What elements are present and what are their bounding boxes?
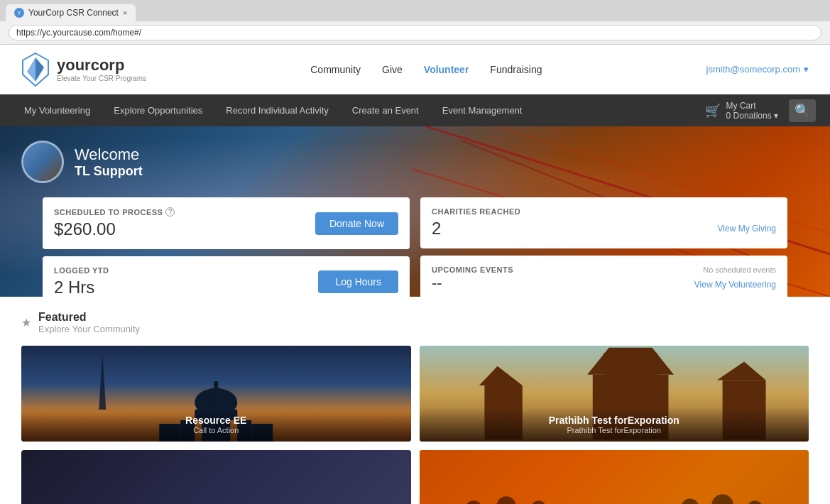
no-events-text: No scheduled events [703,265,776,274]
favicon-icon: Y [14,8,24,18]
subnav-explore-opportunities[interactable]: Explore Opportunities [104,94,212,126]
user-email: jsmith@somecorp.com [706,64,800,75]
browser-chrome: Y YourCorp CSR Connect × https://yc.your… [0,0,830,45]
stat-col-right: CHARITIES REACHED 2 View My Giving UPCOM… [420,197,787,297]
featured-section: ★ Featured Explore Your Community [0,297,830,504]
charities-card: CHARITIES REACHED 2 View My Giving [420,197,787,248]
charities-row: 2 View My Giving [432,216,776,239]
logo-icon [21,52,50,87]
sub-nav-right: 🛒 My Cart 0 Donations ▾ 🔍 [705,99,816,122]
stat-col-left: SCHEDULED TO PROCESS ? $260.00 Donate No… [43,197,410,297]
logo-area: yourcorp Elevate Your CSR Programs [21,52,146,87]
nav-give[interactable]: Give [382,64,403,75]
view-giving-link[interactable]: View My Giving [718,224,776,234]
welcome-text: Welcome TL Support [75,146,143,179]
logged-value: 2 Hrs [54,278,109,297]
card-2-overlay: Prathibh Test forExporation Prathibh Tes… [420,407,809,442]
user-area[interactable]: jsmith@somecorp.com ▾ [706,64,809,75]
card-1-overlay: Resource EE Call to Action [21,407,411,442]
browser-tab[interactable]: Y YourCorp CSR Connect × [6,4,136,21]
logged-label: LOGGED YTD [54,266,109,275]
subnav-create-event[interactable]: Create an Event [342,94,429,126]
events-card: UPCOMING EVENTS No scheduled events -- V… [420,256,787,297]
events-row: -- View My Volunteering [432,274,776,292]
scheduled-label: SCHEDULED TO PROCESS ? [54,207,175,217]
donate-now-button[interactable]: Donate Now [315,212,398,235]
svg-rect-27 [420,450,809,504]
logo-tagline: Elevate Your CSR Programs [57,75,146,82]
svg-marker-1 [27,57,36,82]
sub-nav-left: My Volunteering Explore Opportunities Re… [14,94,532,126]
featured-card-2[interactable]: Prathibh Test forExporation Prathibh Tes… [420,346,809,442]
charities-label: CHARITIES REACHED [432,207,776,216]
card-2-title: Prathibh Test forExporation [428,415,801,426]
cart-count: 0 Donations ▾ [726,111,778,121]
events-label: UPCOMING EVENTS [432,265,513,274]
nav-community[interactable]: Community [310,64,361,75]
view-volunteering-link[interactable]: View My Volunteering [694,280,776,290]
nav-fundraising[interactable]: Fundraising [490,64,542,75]
hero-content: Welcome TL Support SCHEDULED TO PROCESS … [0,126,830,297]
svg-marker-2 [36,57,44,82]
avatar [21,141,64,183]
cart-label: My Cart [726,101,778,111]
sub-nav: My Volunteering Explore Opportunities Re… [0,94,830,126]
featured-header: ★ Featured Explore Your Community [21,311,809,334]
user-dropdown-icon: ▾ [804,64,809,75]
avatar-image [23,143,62,181]
main-nav: Community Give Volunteer Fundraising [310,64,542,75]
nav-volunteer[interactable]: Volunteer [424,64,469,75]
subnav-record-activity[interactable]: Record Individual Activity [216,94,339,126]
cart-area[interactable]: 🛒 My Cart 0 Donations ▾ [705,101,778,121]
scheduled-card-row: SCHEDULED TO PROCESS ? $260.00 Donate No… [54,207,398,239]
stat-cards: SCHEDULED TO PROCESS ? $260.00 Donate No… [21,197,809,297]
subnav-event-management[interactable]: Event Management [432,94,533,126]
url-input[interactable]: https://yc.yourcause.com/home#/ [9,25,821,40]
featured-card-1[interactable]: Resource EE Call to Action [21,346,411,442]
cart-dropdown-icon: ▾ [774,111,778,121]
star-icon: ★ [21,316,31,329]
user-name: TL Support [75,164,143,179]
featured-grid: Resource EE Call to Action [21,346,809,504]
card-2-subtitle: Prathibh Test forExporation [428,426,801,434]
charities-value: 2 [432,219,441,239]
logged-card-row: LOGGED YTD 2 Hrs Log Hours [54,266,398,297]
search-button[interactable]: 🔍 [789,99,816,122]
featured-card-3[interactable] [21,450,411,504]
tab-bar: Y YourCorp CSR Connect × [0,0,830,21]
logo-name: yourcorp [57,56,146,75]
featured-subtitle: Explore Your Community [38,324,140,334]
scheduled-card: SCHEDULED TO PROCESS ? $260.00 Donate No… [43,197,410,249]
cart-info: My Cart 0 Donations ▾ [726,101,778,121]
close-tab-icon[interactable]: × [123,9,127,17]
subnav-my-volunteering[interactable]: My Volunteering [14,94,100,126]
events-value: -- [432,274,442,292]
card-1-subtitle: Call to Action [30,426,403,434]
cart-icon: 🛒 [705,103,721,119]
scheduled-info: SCHEDULED TO PROCESS ? $260.00 [54,207,175,239]
welcome-label: Welcome [75,146,143,164]
svg-rect-11 [210,388,222,406]
tab-title: YourCorp CSR Connect [28,8,119,18]
svg-rect-12 [214,381,218,390]
logo-text: yourcorp Elevate Your CSR Programs [57,56,146,82]
logged-info: LOGGED YTD 2 Hrs [54,266,109,297]
featured-title-group: Featured Explore Your Community [38,311,140,334]
featured-card-4[interactable] [420,450,809,504]
log-hours-button[interactable]: Log Hours [318,270,398,293]
info-icon[interactable]: ? [165,207,175,217]
card-1-title: Resource EE [30,415,403,426]
welcome-area: Welcome TL Support [21,141,809,183]
app-header: yourcorp Elevate Your CSR Programs Commu… [0,45,830,94]
hero-banner: Welcome TL Support SCHEDULED TO PROCESS … [0,126,830,297]
scheduled-value: $260.00 [54,219,175,239]
logged-card: LOGGED YTD 2 Hrs Log Hours [43,256,410,297]
address-bar: https://yc.yourcause.com/home#/ [0,21,830,44]
featured-title: Featured [38,311,140,324]
